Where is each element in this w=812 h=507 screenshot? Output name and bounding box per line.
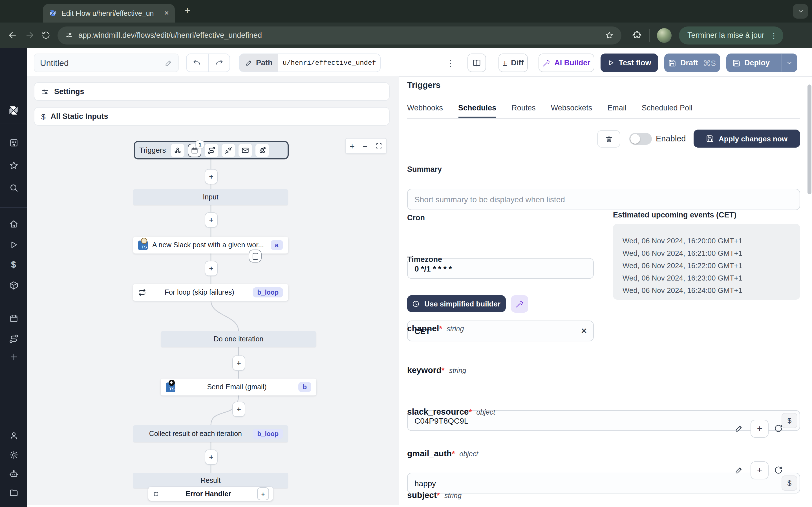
refresh-resource-icon[interactable] — [774, 424, 783, 433]
delete-schedule-button[interactable] — [597, 130, 620, 148]
tab-email[interactable]: Email — [607, 104, 626, 118]
save-icon — [732, 59, 741, 67]
insert-step-button[interactable]: + — [232, 355, 245, 371]
reload-icon[interactable] — [42, 31, 50, 40]
back-icon[interactable] — [8, 31, 17, 40]
sidebar-item-variables[interactable]: $ — [0, 260, 27, 270]
slack-step-node[interactable]: TS A new Slack post with a given wor... … — [133, 237, 288, 253]
tab-scheduled-poll[interactable]: Scheduled Poll — [642, 104, 693, 118]
keyword-field: $ — [407, 473, 800, 494]
tab-routes[interactable]: Routes — [511, 104, 536, 118]
sidebar-item-routes[interactable] — [0, 334, 27, 344]
diff-button[interactable]: ± Diff — [499, 54, 528, 72]
interpolate-button[interactable]: $ — [781, 413, 797, 428]
windmill-logo[interactable] — [0, 104, 27, 117]
insert-step-button[interactable]: + — [205, 212, 218, 228]
sidebar-item-folders[interactable] — [0, 488, 27, 497]
cron-input[interactable] — [408, 264, 593, 273]
zoom-in-button[interactable]: + — [350, 141, 355, 151]
sidebar-item-workspace[interactable] — [0, 138, 27, 148]
enabled-toggle[interactable] — [629, 133, 652, 145]
route-trigger-icon[interactable] — [205, 144, 218, 157]
edit-resource-pencil-icon[interactable] — [735, 466, 743, 474]
panel-title: Triggers — [407, 80, 441, 90]
browser-update-button[interactable]: Terminer la mise à jour ⋮ — [679, 26, 783, 44]
edit-resource-pencil-icon[interactable] — [735, 424, 743, 433]
do-one-iteration-node[interactable]: Do one iteration — [161, 331, 316, 347]
extensions-puzzle-icon[interactable] — [632, 31, 642, 40]
more-options-kebab-icon[interactable]: ⋮ — [445, 56, 456, 70]
fit-view-button[interactable] — [375, 143, 382, 149]
path-label: Path — [240, 54, 278, 71]
sidebar-item-favorites[interactable] — [0, 161, 27, 170]
error-handler-node[interactable]: Error Handler + — [148, 487, 273, 501]
sidebar-item-home[interactable] — [0, 219, 27, 229]
edit-name-pencil-icon[interactable] — [165, 59, 172, 67]
all-static-inputs-bar[interactable]: $ All Static Inputs — [34, 107, 390, 126]
draft-button[interactable]: Draft ⌘S — [664, 54, 720, 72]
websocket-trigger-icon[interactable] — [221, 144, 235, 157]
simplified-builder-button[interactable]: Use simplified builder — [407, 295, 506, 312]
insert-step-button[interactable]: + — [205, 169, 218, 184]
sidebar-item-search[interactable] — [0, 183, 27, 193]
docs-book-button[interactable] — [467, 54, 486, 72]
new-tab-button[interactable]: + — [185, 5, 190, 17]
add-resource-button[interactable]: + — [751, 420, 769, 438]
refresh-resource-icon[interactable] — [774, 466, 783, 474]
settings-bar[interactable]: Settings — [34, 82, 390, 101]
forward-icon[interactable] — [25, 31, 35, 40]
zoom-out-button[interactable]: − — [363, 141, 368, 151]
stop-after-if-button[interactable] — [249, 249, 262, 263]
deploy-button[interactable]: Deploy — [726, 54, 797, 72]
webhook-trigger-icon[interactable] — [171, 144, 185, 157]
summary-input[interactable] — [408, 195, 800, 204]
browser-tab[interactable]: Edit Flow u/henri/effective_un ✕ — [43, 4, 175, 22]
insert-step-button[interactable]: + — [232, 402, 245, 417]
bookmark-star-icon[interactable] — [605, 31, 613, 40]
tab-webhooks[interactable]: Webhooks — [407, 104, 443, 118]
sidebar-item-settings[interactable] — [0, 450, 27, 460]
scrollbar-thumb[interactable] — [808, 84, 811, 194]
add-resource-button[interactable]: + — [751, 461, 769, 480]
result-node[interactable]: Result — [133, 473, 288, 489]
sidebar-item-schedules[interactable] — [0, 314, 27, 323]
sidebar-item-runs[interactable] — [0, 240, 27, 249]
tab-schedules[interactable]: Schedules — [458, 104, 496, 118]
insert-step-button[interactable]: + — [205, 450, 218, 465]
browser-menu-kebab-icon[interactable]: ⋮ — [770, 31, 777, 40]
flow-name-box[interactable]: Untitled — [34, 54, 179, 72]
path-input[interactable]: u/henri/effective_undef — [278, 54, 380, 71]
sidebar-item-add[interactable] — [0, 352, 27, 362]
tab-close-icon[interactable]: ✕ — [164, 10, 169, 17]
schedule-trigger-icon[interactable]: 1 — [188, 144, 201, 157]
forloop-node[interactable]: For loop (skip failures) b_loop — [133, 284, 288, 301]
typescript-icon: TS — [138, 240, 148, 250]
scheduled-poll-trigger-icon[interactable] — [255, 144, 269, 157]
input-node[interactable]: Input — [133, 189, 288, 205]
clear-timezone-icon[interactable]: ✕ — [581, 327, 587, 335]
deploy-dropdown-chevron-icon[interactable] — [781, 54, 797, 71]
ai-builder-button[interactable]: AI Builder — [539, 54, 594, 72]
collect-result-node[interactable]: Collect result of each iteration b_loop — [133, 425, 288, 442]
sidebar-item-users[interactable] — [0, 431, 27, 441]
keyword-input[interactable] — [408, 478, 800, 488]
url-bar[interactable]: app.windmill.dev/flows/edit/u/henri/effe… — [57, 26, 621, 44]
ai-cron-wand-button[interactable] — [511, 295, 528, 313]
site-settings-icon[interactable] — [65, 32, 73, 39]
undo-button[interactable] — [187, 54, 208, 71]
apply-changes-button[interactable]: Apply changes now — [694, 129, 800, 148]
email-trigger-icon[interactable] — [239, 144, 252, 157]
insert-step-button[interactable]: + — [205, 261, 218, 276]
test-flow-button[interactable]: Test flow — [601, 54, 658, 72]
redo-button[interactable] — [208, 54, 230, 71]
tab-search-chevron-icon[interactable] — [793, 4, 808, 18]
channel-input[interactable] — [408, 416, 800, 425]
add-error-handler-button[interactable]: + — [257, 487, 269, 500]
profile-avatar[interactable] — [657, 28, 672, 43]
sidebar-item-workers[interactable] — [0, 469, 27, 479]
tab-websockets[interactable]: Websockets — [551, 104, 592, 118]
send-email-node[interactable]: TS Send Email (gmail) b — [161, 379, 316, 395]
sidebar-item-resources[interactable] — [0, 281, 27, 290]
interpolate-button[interactable]: $ — [781, 475, 797, 491]
triggers-node[interactable]: Triggers 1 — [134, 141, 289, 159]
